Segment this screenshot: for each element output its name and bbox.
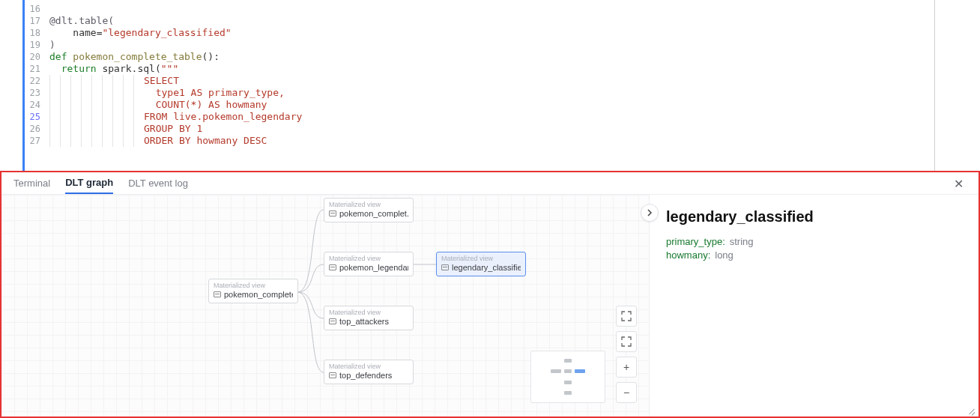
line-number: 18 — [28, 27, 49, 39]
line-number: 24 — [28, 99, 49, 111]
code-lines[interactable]: 1617@dlt.table(18 name="legendary_classi… — [18, 3, 980, 147]
table-icon — [441, 264, 449, 270]
code-line[interactable]: 20def pokemon_complete_table(): — [28, 51, 980, 63]
code-content: name="legendary_classified" — [49, 27, 232, 39]
tab-dlt-graph[interactable]: DLT graph — [65, 172, 113, 194]
graph-canvas[interactable]: Materialized view pokemon_complete Mater… — [1, 195, 649, 417]
code-line[interactable]: 23 type1 AS primary_type, — [28, 87, 980, 99]
panel-tabs: Terminal DLT graph DLT event log ✕ — [1, 172, 979, 195]
code-content: FROM live.pokemon_legendary — [49, 111, 302, 123]
node-legendary-classified[interactable]: Materialized view legendary_classified — [436, 252, 526, 276]
line-number: 26 — [28, 123, 49, 135]
schema-value: long — [715, 249, 734, 261]
line-number: 22 — [28, 75, 49, 87]
node-label: pokemon_legendary — [339, 263, 408, 272]
code-content: GROUP BY 1 — [49, 123, 202, 135]
code-line[interactable]: 27ORDER BY howmany DESC — [28, 135, 980, 147]
bottom-panel: Terminal DLT graph DLT event log ✕ Mater… — [0, 171, 980, 418]
schema-key: howmany: — [666, 249, 710, 261]
node-type-label: Materialized view — [329, 309, 408, 316]
node-label: legendary_classified — [452, 263, 521, 272]
zoom-out-button[interactable]: − — [616, 382, 637, 403]
graph-controls: + − — [616, 306, 637, 403]
zoom-in-button[interactable]: + — [616, 357, 637, 378]
node-label: pokemon_complete — [224, 290, 293, 299]
line-number: 20 — [28, 51, 49, 63]
code-content: def pokemon_complete_table(): — [49, 51, 220, 63]
table-icon — [329, 210, 336, 216]
schema-row: primary_type:string — [666, 236, 962, 247]
node-type-label: Materialized view — [329, 201, 408, 208]
code-content: @dlt.table( — [49, 15, 114, 27]
code-content: ORDER BY howmany DESC — [49, 135, 267, 147]
cell-active-bar — [22, 0, 25, 171]
cell-right-border — [934, 0, 935, 171]
table-icon — [329, 318, 336, 324]
code-editor[interactable]: 1617@dlt.table(18 name="legendary_classi… — [0, 0, 980, 171]
line-number: 19 — [28, 39, 49, 51]
detail-pane: legendary_classified primary_type:string… — [649, 195, 979, 417]
node-label: top_defenders — [339, 371, 392, 380]
line-number: 21 — [28, 63, 49, 75]
table-icon — [329, 372, 336, 378]
detail-title: legendary_classified — [666, 208, 962, 225]
collapse-detail-button[interactable] — [641, 204, 659, 222]
code-line[interactable]: 24 COUNT(*) AS howmany — [28, 99, 980, 111]
schema-key: primary_type: — [666, 236, 725, 247]
table-icon — [329, 264, 336, 270]
node-label: top_attackers — [339, 317, 389, 326]
node-type-label: Materialized view — [329, 363, 408, 370]
node-top-attackers[interactable]: Materialized view top_attackers — [324, 306, 414, 330]
code-content: ) — [49, 39, 55, 51]
node-pokemon-complet[interactable]: Materialized view pokemon_complet... — [324, 198, 414, 222]
line-number: 23 — [28, 87, 49, 99]
line-number: 17 — [28, 15, 49, 27]
fit-view-button[interactable] — [616, 306, 637, 327]
close-icon[interactable]: ✕ — [954, 177, 964, 191]
code-line[interactable]: 26GROUP BY 1 — [28, 123, 980, 135]
node-pokemon-complete[interactable]: Materialized view pokemon_complete — [208, 279, 298, 303]
line-number: 25 — [28, 111, 49, 123]
code-content: type1 AS primary_type, — [49, 87, 285, 99]
code-content: COUNT(*) AS howmany — [49, 99, 267, 111]
node-top-defenders[interactable]: Materialized view top_defenders — [324, 360, 414, 384]
code-line[interactable]: 19) — [28, 39, 980, 51]
node-label: pokemon_complet... — [339, 209, 408, 218]
node-type-label: Materialized view — [329, 255, 408, 262]
tab-dlt-event-log[interactable]: DLT event log — [128, 173, 188, 193]
schema-row: howmany:long — [666, 249, 962, 261]
code-line[interactable]: 25FROM live.pokemon_legendary — [28, 111, 980, 123]
code-line[interactable]: 22SELECT — [28, 75, 980, 87]
tab-terminal[interactable]: Terminal — [13, 173, 50, 193]
code-line[interactable]: 18 name="legendary_classified" — [28, 27, 980, 39]
line-number: 27 — [28, 135, 49, 147]
schema-value: string — [730, 236, 754, 247]
code-content: return spark.sql(""" — [49, 63, 178, 75]
resize-handle-icon[interactable] — [967, 406, 976, 415]
code-content: SELECT — [49, 75, 179, 87]
code-line[interactable]: 16 — [28, 3, 980, 15]
line-number: 16 — [28, 3, 49, 15]
node-type-label: Materialized view — [214, 282, 293, 289]
table-icon — [214, 291, 221, 297]
node-pokemon-legendary[interactable]: Materialized view pokemon_legendary — [324, 252, 414, 276]
graph-area: Materialized view pokemon_complete Mater… — [1, 195, 979, 417]
code-line[interactable]: 21 return spark.sql(""" — [28, 63, 980, 75]
schema-list: primary_type:stringhowmany:long — [666, 236, 962, 261]
code-line[interactable]: 17@dlt.table( — [28, 15, 980, 27]
fullscreen-button[interactable] — [616, 331, 637, 352]
node-type-label: Materialized view — [441, 255, 521, 262]
minimap[interactable] — [530, 351, 605, 403]
